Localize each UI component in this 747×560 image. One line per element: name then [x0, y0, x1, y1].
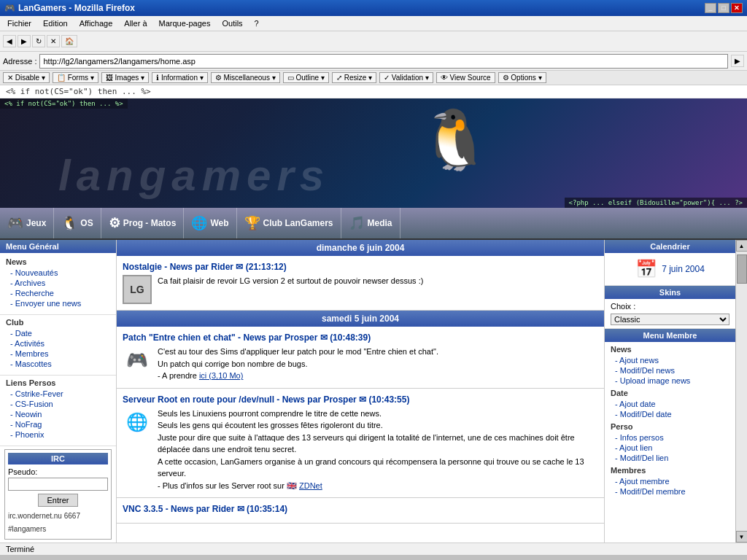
sidebar-link-activites[interactable]: - Activités: [0, 338, 116, 349]
scroll-down-arrow[interactable]: ▼: [736, 531, 748, 542]
news-icon-serveur: 🌐: [123, 408, 152, 437]
sidebar-link-nouveautes[interactable]: - Nouveautés: [0, 268, 116, 278]
sidebar-link-cstrike[interactable]: - Cstrike-Fever: [0, 389, 116, 399]
membre-modif-date[interactable]: - Modif/Del date: [605, 409, 735, 419]
scroll-thumb[interactable]: [737, 254, 747, 284]
calendar-header: Calendrier: [605, 240, 735, 253]
menu-affichage[interactable]: Affichage: [75, 18, 117, 29]
membre-ajout-date[interactable]: - Ajout date: [605, 399, 735, 409]
forward-button[interactable]: ▶: [18, 35, 31, 47]
maximize-button[interactable]: □: [718, 3, 729, 13]
sidebar-club-title: Club: [0, 315, 116, 328]
menu-fichier[interactable]: Fichier: [3, 18, 36, 29]
left-sidebar: Menu Général News - Nouveautés - Archive…: [0, 240, 117, 542]
back-button[interactable]: ◀: [3, 35, 16, 47]
news-item-patch: Patch "Entre chien et chat" - News par P…: [117, 327, 604, 389]
minimize-button[interactable]: _: [705, 3, 716, 13]
dev-options-btn[interactable]: ⚙ Options ▾: [498, 72, 546, 83]
nav-web-label: Web: [210, 218, 228, 228]
sidebar-link-neowin[interactable]: - Neowin: [0, 409, 116, 419]
dev-resize-btn[interactable]: ⤢ Resize ▾: [332, 72, 376, 83]
menu-aller[interactable]: Aller à: [120, 18, 151, 29]
skins-select[interactable]: Classic Dark Light: [611, 314, 729, 325]
penguin-icon: 🐧: [419, 106, 492, 174]
home-button[interactable]: 🏠: [61, 35, 77, 47]
calendar-section: Calendrier 📅 7 juin 2004: [605, 240, 735, 286]
sidebar-link-nofrag[interactable]: - NoFrag: [0, 419, 116, 429]
dev-misc-btn[interactable]: ⚙ Miscellaneous ▾: [211, 72, 280, 83]
news-icon-lg: LG: [123, 275, 152, 304]
web-icon: 🌐: [191, 215, 207, 231]
sidebar-news-title: News: [0, 254, 116, 268]
sidebar-news-section: News - Nouveautés - Archives - Recherche…: [0, 254, 116, 315]
news-item-serveur: Serveur Root en route pour /dev/null - N…: [117, 389, 604, 499]
dev-outline-btn[interactable]: ▭ Outline ▾: [283, 72, 329, 83]
nav-club[interactable]: 🏆 Club LanGamers: [237, 208, 341, 238]
irc-server-info: irc.wondernet.nu 6667: [8, 510, 108, 523]
sidebar-link-envoyer[interactable]: - Envoyer une news: [0, 298, 116, 308]
sidebar-link-date[interactable]: - Date: [0, 328, 116, 338]
news-text-serveur: Seuls les Linuxiens pourront comprendre …: [158, 408, 598, 492]
address-input[interactable]: [39, 54, 728, 69]
main-layout: Menu Général News - Nouveautés - Archive…: [0, 240, 747, 542]
sidebar-link-recherche[interactable]: - Recherche: [0, 288, 116, 298]
menu-marque-pages[interactable]: Marque-pages: [155, 18, 215, 29]
sidebar-link-membres[interactable]: - Membres: [0, 349, 116, 359]
patch-link[interactable]: ici (3,10 Mo): [199, 371, 244, 380]
membre-modif-news[interactable]: - Modif/Del news: [605, 365, 735, 376]
dev-validation-btn[interactable]: ✓ Validation ▾: [379, 72, 433, 83]
sidebar-liens-title: Liens Persos: [0, 376, 116, 389]
os-icon: 🐧: [61, 215, 77, 231]
sidebar-link-mascottes[interactable]: - Mascottes: [0, 359, 116, 369]
dev-images-btn[interactable]: 🖼 Images ▾: [101, 72, 149, 83]
nav-jeux[interactable]: 🎮 Jeux: [0, 208, 54, 238]
membre-infos-persos[interactable]: - Infos persos: [605, 432, 735, 443]
nav-os[interactable]: 🐧 OS: [54, 208, 101, 238]
skins-header: Skins: [605, 286, 735, 299]
menu-help[interactable]: ?: [250, 18, 263, 29]
sidebar-link-phoenix[interactable]: - Phoenix: [0, 429, 116, 440]
news-title-vnc: VNC 3.3.5 - News par Rider ✉ (10:35:14): [123, 504, 598, 514]
membre-membres-title: Membres: [605, 463, 735, 476]
dev-viewsource-btn[interactable]: 👁 View Source: [436, 72, 495, 83]
nav-web[interactable]: 🌐 Web: [184, 208, 236, 238]
membre-ajout-membre[interactable]: - Ajout membre: [605, 476, 735, 486]
site-header: <% if not(CS="ok") then ... %> langamers…: [0, 98, 747, 208]
nav-media-label: Media: [368, 218, 392, 228]
scroll-up-arrow[interactable]: ▲: [736, 240, 748, 252]
menu-outils[interactable]: Outils: [217, 18, 247, 29]
sidebar-header: Menu Général: [0, 240, 116, 253]
go-button[interactable]: ▶: [731, 55, 744, 67]
center-content: dimanche 6 juin 2004 Nostalgie - News pa…: [117, 240, 604, 542]
dev-toolbar: ✕ Disable ▾ 📋 Forms ▾ 🖼 Images ▾ ℹ Infor…: [0, 71, 747, 85]
membre-upload-image-news[interactable]: - Upload image news: [605, 376, 735, 386]
date-bar-2: samedi 5 juin 2004: [117, 311, 604, 327]
menu-edition[interactable]: Edition: [39, 18, 72, 29]
zdnet-link[interactable]: ZDNet: [299, 481, 322, 490]
irc-enter-button[interactable]: Entrer: [38, 494, 79, 507]
irc-pseudo-input[interactable]: [8, 478, 108, 491]
membre-modif-membre[interactable]: - Modif/Del membre: [605, 486, 735, 497]
nav-media[interactable]: 🎵 Media: [341, 208, 400, 238]
nav-prog-matos[interactable]: ⚙ Prog - Matos: [101, 208, 185, 238]
close-button[interactable]: ✕: [731, 3, 743, 13]
club-icon: 🏆: [244, 215, 260, 231]
membre-ajout-lien[interactable]: - Ajout lien: [605, 443, 735, 453]
dev-forms-btn[interactable]: 📋 Forms ▾: [53, 72, 98, 83]
membre-ajout-news[interactable]: - Ajout news: [605, 355, 735, 365]
window-icon: 🎮: [4, 3, 15, 13]
menu-membre-header: Menu Membre: [605, 329, 735, 342]
news-item-vnc: VNC 3.3.5 - News par Rider ✉ (10:35:14): [117, 498, 604, 524]
server-notice-top-overlay: <% if not(CS="ok") then ... %>: [0, 98, 128, 109]
membre-modif-lien[interactable]: - Modif/Del lien: [605, 453, 735, 463]
dev-information-btn[interactable]: ℹ Information ▾: [152, 72, 208, 83]
sidebar-link-csfusion[interactable]: - CS-Fusion: [0, 399, 116, 409]
skins-choix-label: Choix :: [611, 302, 729, 311]
membre-news-title: News: [605, 342, 735, 355]
refresh-button[interactable]: ↻: [32, 35, 45, 47]
dev-disable-btn[interactable]: ✕ Disable ▾: [3, 72, 50, 83]
sidebar-link-archives[interactable]: - Archives: [0, 278, 116, 288]
nav-bar: 🎮 Jeux 🐧 OS ⚙ Prog - Matos 🌐 Web 🏆 Club …: [0, 208, 747, 240]
page-content: <% if not(CS="ok") then ... %> <% if not…: [0, 85, 747, 542]
stop-button[interactable]: ✕: [47, 35, 60, 47]
